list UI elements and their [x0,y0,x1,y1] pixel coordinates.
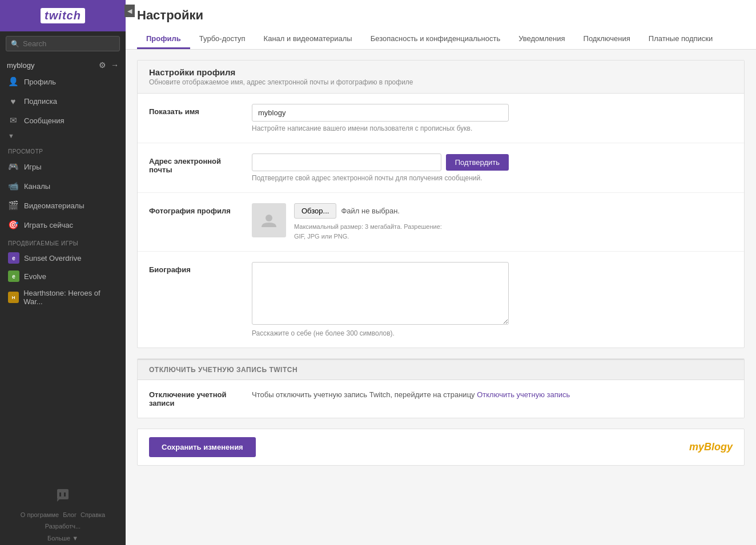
profile-settings-card: Настройки профиля Обновите отображаемое … [137,60,745,348]
profile-icon: 👤 [8,76,18,87]
save-row: Сохранить изменения myBlogy [137,429,745,466]
sunset-label: Sunset Overdrive [24,254,81,263]
disable-row: Отключение учетной записи Чтобы отключит… [138,380,744,418]
email-label: Адрес электронной почты [149,154,240,174]
footer-more[interactable]: Больше ▼ [47,535,78,542]
mail-icon: ✉ [8,115,18,126]
sidebar-item-profile[interactable]: 👤 Профиль [0,72,126,91]
sidebar-videos-label: Видеоматериалы [24,201,85,210]
email-controls: Подтвердить Подтвердите свой адрес элект… [252,154,733,182]
svg-rect-0 [57,489,69,499]
photo-file-row: Обзор... Файл не выбран. [294,203,454,219]
display-name-hint: Настройте написание вашего имени пользов… [252,124,733,132]
disable-account-card: ОТКЛЮЧИТЬ УЧЕТНУЮ ЗАПИСЬ TWITCH Отключен… [137,358,745,418]
footer-about[interactable]: О программе [21,511,59,518]
browse-section-title: ПРОСМОТР [0,143,126,157]
photo-label: Фотография профиля [149,203,240,215]
promo-item-hearthstone[interactable]: H Hearthstone: Heroes of War... [0,285,126,309]
sidebar: twitch 🔍 myblogy ⚙ → 👤 Профиль ♥ Подписк… [0,0,126,545]
sidebar-item-play-now[interactable]: 🎯 Играть сейчас [0,215,126,235]
bio-textarea[interactable] [252,262,509,325]
sidebar-collapse-arrow[interactable]: ◀ [124,5,135,17]
sidebar-item-messages[interactable]: ✉ Сообщения [0,111,126,130]
sidebar-subscription-label: Подписка [24,97,57,106]
disable-section-header: ОТКЛЮЧИТЬ УЧЕТНУЮ ЗАПИСЬ TWITCH [138,359,744,380]
evolve-label: Evolve [24,272,46,281]
user-section: myblogy ⚙ → [0,56,126,72]
svg-marker-3 [57,499,59,502]
watermark-blogy: Blogy [704,441,733,453]
nav-expand-arrow[interactable]: ▼ [0,130,126,143]
sidebar-channels-label: Каналы [24,182,50,191]
footer-help[interactable]: Справка [81,511,105,518]
videos-icon: 🎬 [8,200,18,211]
browse-button[interactable]: Обзор... [294,203,336,219]
photo-row: Фотография профиля Обзор... Фа [138,193,744,252]
disable-text-before: Чтобы отключить учетную запись Twitch, п… [252,390,475,399]
user-actions: ⚙ → [99,60,119,70]
profile-section-title: Настройки профиля [149,67,733,77]
sidebar-messages-label: Сообщения [24,116,65,125]
play-icon: 🎯 [8,220,18,230]
sidebar-footer: О программе Блог Справка Разработч... Бо… [0,481,126,545]
display-name-label: Показать имя [149,104,240,116]
promo-item-evolve[interactable]: e Evolve [0,267,126,285]
email-input-row: Подтвердить [252,154,509,171]
tab-notifications[interactable]: Уведомления [509,30,574,49]
search-icon: 🔍 [11,40,19,48]
tab-connections[interactable]: Подключения [574,30,640,49]
watermark: myBlogy [689,441,733,453]
search-bar[interactable]: 🔍 [6,36,120,51]
promo-section-title: ПРОДВИГАЕМЫЕ ИГРЫ [0,235,126,249]
username-label: myblogy [7,61,34,70]
email-row: Адрес электронной почты Подтвердить Подт… [138,143,744,193]
sidebar-item-channels[interactable]: 📹 Каналы [0,176,126,196]
bio-label: Биография [149,262,240,274]
sidebar-item-subscription[interactable]: ♥ Подписка [0,91,126,111]
footer-links: О программе Блог Справка Разработч... [6,510,120,532]
twitch-logo-text: twitch [41,8,85,23]
confirm-email-button[interactable]: Подтвердить [446,154,509,171]
main-content: Настройки Профиль Турбо-доступ Канал и в… [126,0,756,545]
page-header: Настройки Профиль Турбо-доступ Канал и в… [126,0,756,50]
promo-item-sunset[interactable]: e Sunset Overdrive [0,249,126,267]
sidebar-playnow-label: Играть сейчас [24,221,73,229]
photo-upload-controls: Обзор... Файл не выбран. Максимальный ра… [294,203,454,241]
hearthstone-label: Hearthstone: Heroes of War... [23,289,118,306]
bio-hint: Расскажите о себе (не более 300 символов… [252,329,733,337]
evolve-thumb: e [8,271,19,282]
email-input[interactable] [252,154,441,171]
settings-icon[interactable]: ⚙ [99,60,106,70]
search-input[interactable] [23,39,115,48]
tab-profile[interactable]: Профиль [137,30,190,49]
heart-icon: ♥ [8,96,18,106]
page-title: Настройки [137,8,745,23]
display-name-input[interactable] [252,104,509,122]
email-hint: Подтвердите свой адрес электронной почты… [252,174,733,182]
profile-section-header: Настройки профиля Обновите отображаемое … [138,60,744,94]
footer-dev[interactable]: Разработч... [45,523,81,530]
disable-section-title: ОТКЛЮЧИТЬ УЧЕТНУЮ ЗАПИСЬ TWITCH [149,366,733,374]
tab-turbo[interactable]: Турбо-доступ [190,30,255,49]
content-area: Настройки профиля Обновите отображаемое … [126,50,756,545]
tab-channel[interactable]: Канал и видеоматериалы [255,30,361,49]
sidebar-logo[interactable]: twitch [0,0,126,31]
photo-upload-row: Обзор... Файл не выбран. Максимальный ра… [252,203,733,241]
disable-account-link[interactable]: Отключить учетную запись [477,390,570,399]
photo-hint: Максимальный размер: 3 мегабайта. Разреш… [294,222,454,241]
svg-rect-1 [59,492,61,496]
sidebar-item-games[interactable]: 🎮 Игры [0,157,126,176]
sunset-thumb: e [8,252,19,264]
tab-paid-subscriptions[interactable]: Платные подписки [640,30,722,49]
save-button[interactable]: Сохранить изменения [149,437,256,457]
logout-icon[interactable]: → [111,60,119,70]
display-name-row: Показать имя Настройте написание вашего … [138,94,744,143]
svg-point-4 [266,215,272,221]
sidebar-item-videos[interactable]: 🎬 Видеоматериалы [0,196,126,215]
tab-security[interactable]: Безопасность и конфиденциальность [361,30,510,49]
footer-blog[interactable]: Блог [63,511,77,518]
channels-icon: 📹 [8,181,18,191]
photo-controls: Обзор... Файл не выбран. Максимальный ра… [252,203,733,241]
file-name-label: Файл не выбран. [341,207,400,215]
profile-section-desc: Обновите отображаемое имя, адрес электро… [149,78,733,86]
